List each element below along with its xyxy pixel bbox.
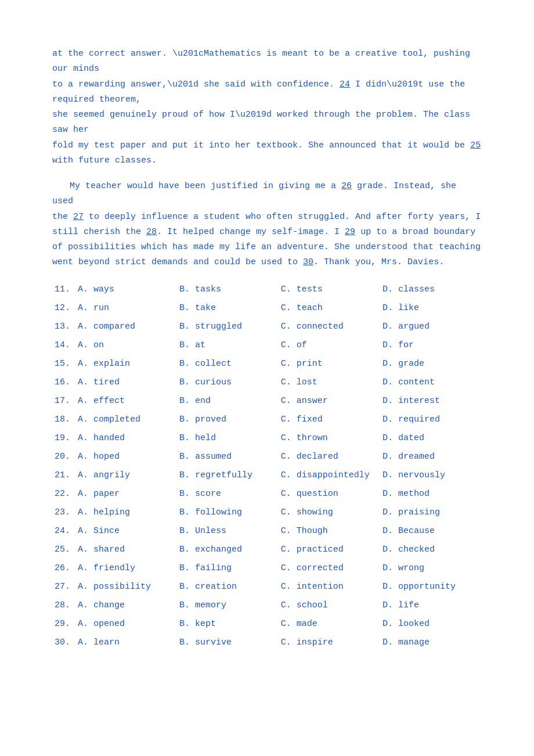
- question-row: 27.A. possibilityB. creationC. intention…: [52, 578, 482, 597]
- question-option: A. Since: [75, 523, 177, 541]
- question-option: C. thrown: [279, 430, 380, 448]
- question-option: B. Unless: [177, 523, 279, 541]
- question-option: C. lost: [279, 374, 380, 393]
- question-option: D. content: [380, 374, 482, 393]
- question-option: B. memory: [177, 597, 279, 615]
- question-row: 17.A. effectB. endC. answerD. interest: [52, 393, 482, 411]
- question-option: B. survive: [177, 634, 279, 653]
- question-option: D. manage: [380, 634, 482, 653]
- question-option: C. made: [279, 615, 380, 634]
- question-option: A. paper: [75, 485, 177, 504]
- question-number: 16.: [52, 374, 75, 393]
- question-number: 12.: [52, 300, 75, 318]
- question-option: C. teach: [279, 300, 380, 318]
- question-option: A. completed: [75, 411, 177, 430]
- blank-24: 24: [340, 80, 350, 89]
- question-option: D. dreamed: [380, 448, 482, 467]
- question-option: D. required: [380, 411, 482, 430]
- question-option: C. disappointedly: [279, 467, 380, 485]
- question-number: 30.: [52, 634, 75, 653]
- question-option: D. classes: [380, 281, 482, 300]
- question-option: C. corrected: [279, 560, 380, 578]
- question-option: B. assumed: [177, 448, 279, 467]
- question-option: B. exchanged: [177, 541, 279, 560]
- question-option: C. school: [279, 597, 380, 615]
- question-row: 11.A. waysB. tasksC. testsD. classes: [52, 281, 482, 300]
- question-option: A. handed: [75, 430, 177, 448]
- question-row: 30.A. learnB. surviveC. inspireD. manage: [52, 634, 482, 653]
- question-option: D. grade: [380, 355, 482, 374]
- question-number: 28.: [52, 597, 75, 615]
- question-number: 20.: [52, 448, 75, 467]
- question-option: D. wrong: [380, 560, 482, 578]
- question-option: D. praising: [380, 504, 482, 523]
- question-option: B. score: [177, 485, 279, 504]
- question-option: C. inspire: [279, 634, 380, 653]
- question-option: D. method: [380, 485, 482, 504]
- question-option: B. collect: [177, 355, 279, 374]
- passage-container: at the correct answer. \u201cMathematics…: [52, 46, 482, 653]
- question-option: B. struggled: [177, 318, 279, 337]
- question-option: D. interest: [380, 393, 482, 411]
- question-option: D. argued: [380, 318, 482, 337]
- question-number: 24.: [52, 523, 75, 541]
- question-row: 26.A. friendlyB. failingC. correctedD. w…: [52, 560, 482, 578]
- question-option: B. end: [177, 393, 279, 411]
- question-option: D. dated: [380, 430, 482, 448]
- question-option: B. proved: [177, 411, 279, 430]
- question-option: B. following: [177, 504, 279, 523]
- question-option: B. regretfully: [177, 467, 279, 485]
- question-option: D. nervously: [380, 467, 482, 485]
- question-option: D. for: [380, 337, 482, 355]
- question-row: 24.A. SinceB. UnlessC. ThoughD. Because: [52, 523, 482, 541]
- question-row: 19.A. handedB. heldC. thrownD. dated: [52, 430, 482, 448]
- question-option: C. print: [279, 355, 380, 374]
- question-option: C. question: [279, 485, 380, 504]
- question-row: 28.A. changeB. memoryC. schoolD. life: [52, 597, 482, 615]
- question-number: 25.: [52, 541, 75, 560]
- blank-26: 26: [341, 181, 352, 191]
- question-option: D. Because: [380, 523, 482, 541]
- question-option: B. at: [177, 337, 279, 355]
- question-option: A. compared: [75, 318, 177, 337]
- question-number: 11.: [52, 281, 75, 300]
- question-option: C. answer: [279, 393, 380, 411]
- question-option: A. tired: [75, 374, 177, 393]
- question-option: D. opportunity: [380, 578, 482, 597]
- question-option: A. shared: [75, 541, 177, 560]
- question-row: 21.A. angrilyB. regretfullyC. disappoint…: [52, 467, 482, 485]
- question-option: C. connected: [279, 318, 380, 337]
- question-option: A. hoped: [75, 448, 177, 467]
- question-number: 13.: [52, 318, 75, 337]
- question-option: C. Though: [279, 523, 380, 541]
- question-number: 21.: [52, 467, 75, 485]
- question-number: 27.: [52, 578, 75, 597]
- question-option: C. of: [279, 337, 380, 355]
- question-option: A. explain: [75, 355, 177, 374]
- question-option: A. learn: [75, 634, 177, 653]
- question-row: 18.A. completedB. provedC. fixedD. requi…: [52, 411, 482, 430]
- question-number: 15.: [52, 355, 75, 374]
- question-row: 23.A. helpingB. followingC. showingD. pr…: [52, 504, 482, 523]
- question-option: C. practiced: [279, 541, 380, 560]
- question-row: 16.A. tiredB. curiousC. lostD. content: [52, 374, 482, 393]
- question-option: B. kept: [177, 615, 279, 634]
- question-option: D. life: [380, 597, 482, 615]
- question-option: A. on: [75, 337, 177, 355]
- paragraph-2: My teacher would have been justified in …: [52, 179, 482, 271]
- question-option: B. take: [177, 300, 279, 318]
- question-option: B. curious: [177, 374, 279, 393]
- question-number: 18.: [52, 411, 75, 430]
- question-number: 19.: [52, 430, 75, 448]
- question-option: D. looked: [380, 615, 482, 634]
- question-option: B. tasks: [177, 281, 279, 300]
- question-number: 14.: [52, 337, 75, 355]
- question-option: A. opened: [75, 615, 177, 634]
- question-option: A. helping: [75, 504, 177, 523]
- question-row: 14.A. onB. atC. ofD. for: [52, 337, 482, 355]
- blank-27: 27: [73, 212, 84, 222]
- question-option: B. failing: [177, 560, 279, 578]
- question-row: 15.A. explainB. collectC. printD. grade: [52, 355, 482, 374]
- blank-28: 28: [146, 227, 157, 237]
- question-number: 17.: [52, 393, 75, 411]
